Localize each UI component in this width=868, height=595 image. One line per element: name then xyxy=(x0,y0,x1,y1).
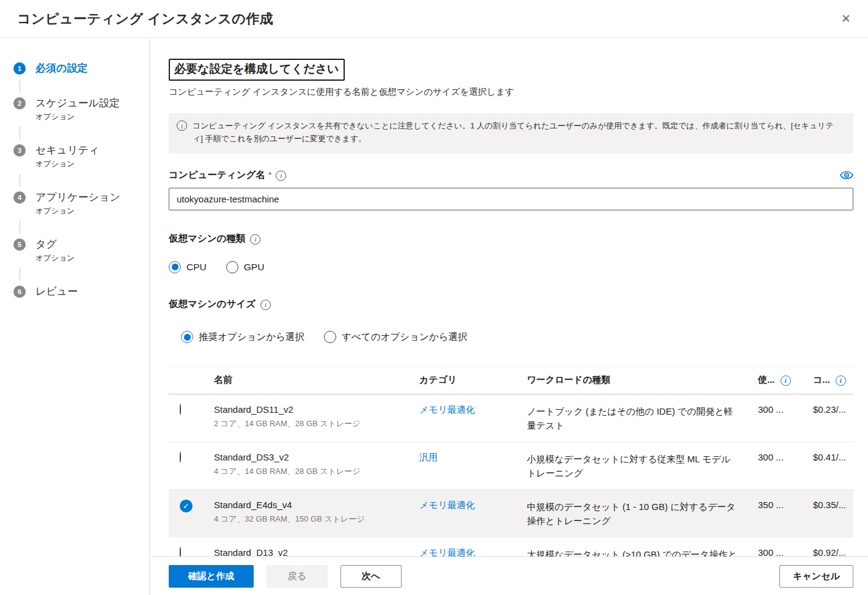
info-icon[interactable]: i xyxy=(276,171,286,181)
radio-label: GPU xyxy=(244,262,265,273)
radio-label: すべてのオプションから選択 xyxy=(342,331,468,344)
vm-cost: $0.35/... xyxy=(813,500,853,510)
info-icon[interactable]: i xyxy=(250,234,260,245)
vm-workload: ノートブック (またはその他の IDE) での開発と軽量テスト xyxy=(527,404,758,433)
back-button[interactable]: 戻る xyxy=(267,565,328,588)
radio-label: CPU xyxy=(186,262,207,273)
header-cost[interactable]: コ... i xyxy=(813,374,853,386)
info-icon[interactable]: i xyxy=(781,375,791,386)
step-label: アプリケーション xyxy=(35,191,149,204)
vm-size-filter-radio-group: 推奨オプションから選択 すべてのオプションから選択 xyxy=(181,331,853,344)
header-cost-label: コ... xyxy=(813,374,830,386)
step-connector-line xyxy=(20,127,20,139)
dialog-footer: 確認と作成 戻る 次へ キャンセル xyxy=(150,556,868,595)
table-row-standard-ds11-v2[interactable]: Standard_DS11_v2 2 コア、14 GB RAM、28 GB スト… xyxy=(169,394,853,442)
compute-name-label: コンピューティング名 xyxy=(169,169,265,182)
table-body: Standard_DS11_v2 2 コア、14 GB RAM、28 GB スト… xyxy=(169,394,853,556)
radio-cpu[interactable]: CPU xyxy=(169,261,207,273)
step-optional-label: オプション xyxy=(35,112,149,122)
info-icon[interactable]: i xyxy=(836,375,846,386)
radio-recommended-options[interactable]: 推奨オプションから選択 xyxy=(181,331,304,344)
radio-circle xyxy=(226,261,238,273)
row-radio-unselected[interactable] xyxy=(180,451,181,463)
vm-name: Standard_E4ds_v4 xyxy=(214,500,419,510)
step-label: スケジュール設定 xyxy=(35,97,149,110)
eye-icon[interactable] xyxy=(840,171,853,180)
vm-type-label-row: 仮想マシンの種類 i xyxy=(169,232,853,245)
vm-category-link[interactable]: メモリ最適化 xyxy=(419,547,527,556)
vm-quota: 350 ... xyxy=(758,500,813,510)
create-compute-instance-dialog: コンピューティング インスタンスの作成 ✕ 1 必須の設定 2 スケジュール設定… xyxy=(0,0,868,595)
required-asterisk: * xyxy=(268,170,271,180)
step-label: タグ xyxy=(35,238,149,251)
step-number-badge: 3 xyxy=(13,144,26,157)
step-optional-label: オプション xyxy=(35,159,149,169)
vm-cost: $0.41/... xyxy=(813,452,853,462)
vm-type-label: 仮想マシンの種類 xyxy=(169,232,245,245)
vm-workload: 小規模なデータセットに対する従来型 ML モデル トレーニング xyxy=(527,452,758,481)
next-button[interactable]: 次へ xyxy=(340,565,402,588)
vm-category-link[interactable]: 汎用 xyxy=(419,452,527,464)
step-required-settings[interactable]: 1 必須の設定 xyxy=(13,62,149,75)
info-icon: i xyxy=(177,120,187,131)
compute-name-label-row: コンピューティング名 * i xyxy=(169,169,853,182)
info-banner: i コンピューティング インスタンスを共有できないことに注意してください。1 人… xyxy=(169,113,853,153)
row-radio-unselected[interactable] xyxy=(180,547,181,556)
vm-cost: $0.92/... xyxy=(813,547,853,556)
info-banner-text: コンピューティング インスタンスを共有できないことに注意してください。1 人の割… xyxy=(193,120,845,146)
row-radio-unselected[interactable] xyxy=(180,404,181,415)
vm-size-table: 名前 カテゴリ ワークロードの種類 使... i コ... i Standard… xyxy=(169,366,853,556)
table-header-row: 名前 カテゴリ ワークロードの種類 使... i コ... i xyxy=(169,366,853,394)
header-name[interactable]: 名前 xyxy=(214,374,419,386)
close-icon[interactable]: ✕ xyxy=(839,10,853,27)
step-number-badge: 1 xyxy=(13,62,26,75)
step-label: 必須の設定 xyxy=(35,62,149,75)
vm-quota: 300 ... xyxy=(758,452,813,462)
vm-size-label-row: 仮想マシンのサイズ i xyxy=(169,298,853,311)
radio-circle xyxy=(181,331,193,343)
dialog-title: コンピューティング インスタンスの作成 xyxy=(17,10,273,28)
compute-name-input[interactable] xyxy=(169,188,853,210)
vm-name: Standard_DS11_v2 xyxy=(214,404,419,415)
radio-circle xyxy=(324,331,336,343)
step-security[interactable]: 3 セキュリティ オプション xyxy=(13,144,149,169)
step-tags[interactable]: 5 タグ オプション xyxy=(13,238,149,264)
dialog-header: コンピューティング インスタンスの作成 ✕ xyxy=(0,0,868,38)
step-review[interactable]: 6 レビュー xyxy=(13,285,149,298)
step-schedule[interactable]: 2 スケジュール設定 オプション xyxy=(13,97,149,122)
table-row-standard-ds3-v2[interactable]: Standard_DS3_v2 4 コア、14 GB RAM、28 GB ストレ… xyxy=(169,442,853,490)
header-workload[interactable]: ワークロードの種類 xyxy=(527,374,758,386)
radio-all-options[interactable]: すべてのオプションから選択 xyxy=(324,331,468,344)
page-title: 必要な設定を構成してください xyxy=(169,59,345,81)
step-optional-label: オプション xyxy=(35,253,149,264)
vm-specs: 2 コア、14 GB RAM、28 GB ストレージ xyxy=(214,418,419,429)
required-settings-panel: 必要な設定を構成してください コンピューティング インスタンスに使用する名前と仮… xyxy=(150,39,868,556)
vm-category-link[interactable]: メモリ最適化 xyxy=(419,404,527,416)
review-and-create-button[interactable]: 確認と作成 xyxy=(169,565,254,588)
step-connector-line xyxy=(20,221,20,234)
vm-specs: 4 コア、32 GB RAM、150 GB ストレージ xyxy=(214,514,419,525)
header-quota[interactable]: 使... i xyxy=(758,374,813,386)
info-icon[interactable]: i xyxy=(260,300,271,310)
table-row-standard-e4ds-v4[interactable]: ✓ Standard_E4ds_v4 4 コア、32 GB RAM、150 GB… xyxy=(169,490,853,538)
radio-circle xyxy=(169,261,181,273)
step-number-badge: 2 xyxy=(13,97,26,109)
cancel-button[interactable]: キャンセル xyxy=(779,565,853,588)
step-label: セキュリティ xyxy=(35,144,149,157)
vm-quota: 300 ... xyxy=(758,404,813,415)
row-selected-check-icon[interactable]: ✓ xyxy=(180,500,193,512)
page-subtitle: コンピューティング インスタンスに使用する名前と仮想マシンのサイズを選択します xyxy=(169,86,853,98)
vm-name: Standard_D13_v2 xyxy=(214,547,419,556)
header-category[interactable]: カテゴリ xyxy=(419,374,527,386)
table-row-standard-d13-v2[interactable]: Standard_D13_v2 8 コア、56 GB RAM、400 GB スト… xyxy=(169,538,853,556)
header-quota-label: 使... xyxy=(758,374,775,386)
step-number-badge: 4 xyxy=(13,191,26,204)
vm-size-label: 仮想マシンのサイズ xyxy=(169,298,256,311)
step-applications[interactable]: 4 アプリケーション オプション xyxy=(13,191,149,216)
vm-cost: $0.23/... xyxy=(813,404,853,415)
radio-gpu[interactable]: GPU xyxy=(226,261,265,273)
vm-workload: 大規模なデータセット (>10 GB) でのデータ操作とトレーニング xyxy=(527,547,758,556)
step-connector-line xyxy=(20,268,20,281)
vm-category-link[interactable]: メモリ最適化 xyxy=(419,500,527,511)
wizard-steps-sidebar: 1 必須の設定 2 スケジュール設定 オプション 3 セキュリティ オプション … xyxy=(0,39,150,595)
